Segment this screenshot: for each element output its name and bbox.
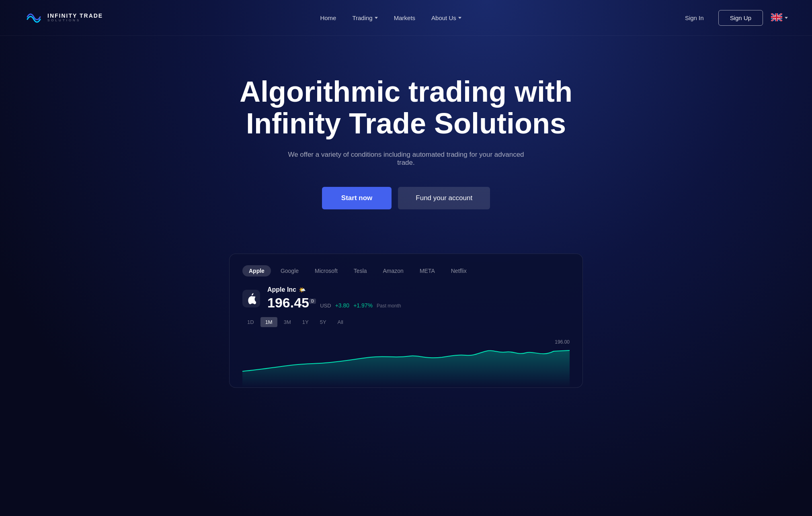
widget-wrap: Apple Google Microsoft Tesla Amazon META…: [0, 254, 812, 412]
stock-price: 196.45D: [267, 295, 316, 311]
stock-widget: Apple Google Microsoft Tesla Amazon META…: [229, 254, 583, 388]
tab-amazon[interactable]: Amazon: [377, 265, 410, 276]
stock-name: Apple Inc 🌤️: [267, 286, 401, 293]
tab-meta[interactable]: META: [413, 265, 441, 276]
sign-in-button[interactable]: Sign In: [679, 11, 710, 25]
tab-netflix[interactable]: Netflix: [445, 265, 473, 276]
stock-chart: 196.00: [242, 335, 570, 387]
hero-subtitle: We offer a variety of conditions includi…: [285, 151, 527, 167]
time-tab-3m[interactable]: 3M: [279, 317, 296, 327]
time-filter-tabs: 1D 1M 3M 1Y 5Y All: [242, 317, 570, 327]
tab-google[interactable]: Google: [274, 265, 305, 276]
company-logo: [242, 290, 260, 307]
sign-up-button[interactable]: Sign Up: [718, 10, 763, 26]
logo-text: INFINITY TRADE SOLUTIONS: [47, 13, 103, 23]
fund-account-button[interactable]: Fund your account: [398, 187, 490, 209]
lang-chevron-icon: [785, 17, 788, 19]
time-tab-1m[interactable]: 1M: [260, 317, 277, 327]
stock-price-row: 196.45D USD +3.80 +1.97% Past month: [267, 295, 401, 311]
language-selector[interactable]: [771, 13, 788, 23]
hero-section: Algorithmic trading with Infinity Trade …: [0, 36, 812, 233]
time-tab-5y[interactable]: 5Y: [315, 317, 331, 327]
time-tab-1y[interactable]: 1Y: [297, 317, 314, 327]
time-tab-all[interactable]: All: [333, 317, 348, 327]
logo-icon: [24, 7, 43, 28]
time-tab-1d[interactable]: 1D: [242, 317, 259, 327]
tab-tesla[interactable]: Tesla: [347, 265, 373, 276]
nav-trading[interactable]: Trading: [352, 14, 377, 21]
nav-markets[interactable]: Markets: [394, 14, 415, 21]
nav-right: Sign In Sign Up: [679, 10, 788, 26]
stock-info: Apple Inc 🌤️ 196.45D USD +3.80 +1.97% Pa…: [242, 286, 570, 311]
hero-title: Algorithmic trading with Infinity Trade …: [225, 76, 587, 139]
chevron-down-icon-about: [458, 17, 461, 19]
period-label: Past month: [377, 303, 401, 309]
status-emoji: 🌤️: [299, 287, 306, 293]
hero-buttons: Start now Fund your account: [322, 187, 490, 209]
tab-microsoft[interactable]: Microsoft: [308, 265, 344, 276]
nav-about-us[interactable]: About Us: [431, 14, 461, 21]
start-now-button[interactable]: Start now: [322, 187, 392, 209]
stock-details: Apple Inc 🌤️ 196.45D USD +3.80 +1.97% Pa…: [267, 286, 401, 311]
price-badge: D: [309, 299, 316, 304]
logo[interactable]: INFINITY TRADE SOLUTIONS: [24, 7, 103, 28]
navbar: INFINITY TRADE SOLUTIONS Home Trading Ma…: [0, 0, 812, 36]
nav-home[interactable]: Home: [320, 14, 336, 21]
price-change-pct: +1.97%: [353, 302, 373, 309]
chart-price-label: 196.00: [555, 339, 570, 345]
flag-icon: [771, 13, 782, 23]
price-currency: USD: [320, 303, 331, 309]
chevron-down-icon: [375, 17, 378, 19]
stock-tabs: Apple Google Microsoft Tesla Amazon META…: [242, 265, 570, 276]
price-change-abs: +3.80: [335, 302, 349, 309]
nav-links: Home Trading Markets About Us: [320, 14, 461, 21]
tab-apple[interactable]: Apple: [242, 265, 271, 276]
